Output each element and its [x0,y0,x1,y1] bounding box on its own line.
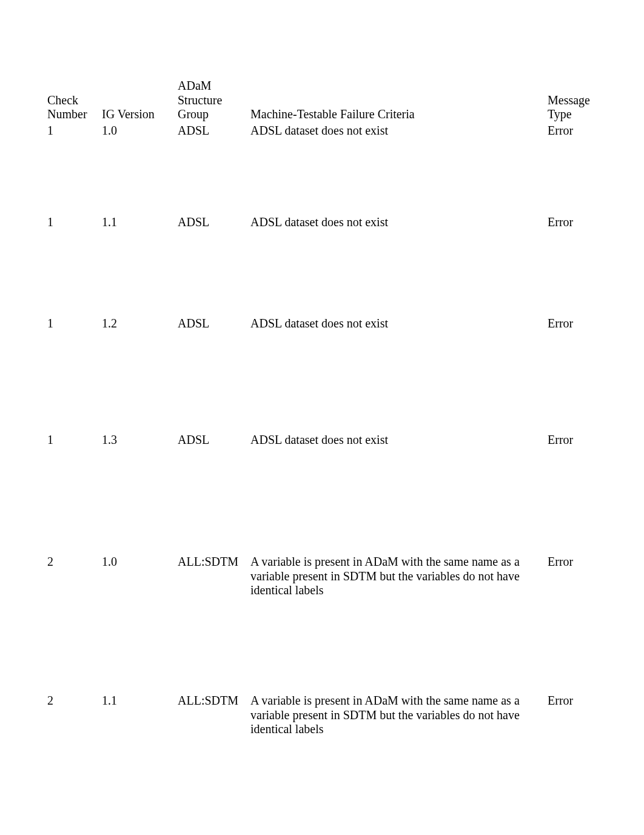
row-spacer [47,230,602,315]
cell-message-type: Error [548,213,602,230]
cell-criteria: A variable is present in ADaM with the s… [250,692,548,737]
cell-adam-structure-group: ALL:SDTM [178,692,250,737]
cell-message-type: Error [548,692,602,737]
checks-table: Check Number IG Version ADaM Structure G… [47,79,602,737]
table-row: 1 1.1 ADSL ADSL dataset does not exist E… [47,213,602,230]
table-row: 1 1.3 ADSL ADSL dataset does not exist E… [47,431,602,448]
cell-ig-version: 1.0 [102,553,178,598]
table-row: 1 1.0 ADSL ADSL dataset does not exist E… [47,122,602,138]
cell-adam-structure-group: ADSL [178,213,250,230]
cell-criteria: ADSL dataset does not exist [250,315,548,331]
header-adam-structure-group: ADaM Structure Group [178,79,250,122]
cell-message-type: Error [548,315,602,331]
cell-ig-version: 1.3 [102,431,178,448]
row-spacer [47,598,602,692]
table-row: 2 1.1 ALL:SDTM A variable is present in … [47,692,602,737]
cell-ig-version: 1.0 [102,122,178,138]
table-row: 1 1.2 ADSL ADSL dataset does not exist E… [47,315,602,331]
header-criteria: Machine-Testable Failure Criteria [250,79,548,122]
header-message-type: Message Type [548,79,602,122]
document-page: Check Number IG Version ADaM Structure G… [0,0,644,835]
cell-check-number: 2 [47,692,102,737]
cell-criteria: A variable is present in ADaM with the s… [250,553,548,598]
header-ig-version: IG Version [102,79,178,122]
cell-message-type: Error [548,431,602,448]
cell-criteria: ADSL dataset does not exist [250,122,548,138]
cell-ig-version: 1.1 [102,213,178,230]
header-check-number: Check Number [47,79,102,122]
cell-adam-structure-group: ALL:SDTM [178,553,250,598]
table-row: 2 1.0 ALL:SDTM A variable is present in … [47,553,602,598]
row-spacer [47,331,602,431]
cell-adam-structure-group: ADSL [178,122,250,138]
row-spacer [47,447,602,553]
cell-check-number: 1 [47,122,102,138]
cell-adam-structure-group: ADSL [178,431,250,448]
cell-message-type: Error [548,122,602,138]
cell-message-type: Error [548,553,602,598]
cell-criteria: ADSL dataset does not exist [250,431,548,448]
table-header-row: Check Number IG Version ADaM Structure G… [47,79,602,122]
row-spacer [47,138,602,213]
cell-check-number: 1 [47,213,102,230]
cell-adam-structure-group: ADSL [178,315,250,331]
cell-ig-version: 1.2 [102,315,178,331]
cell-ig-version: 1.1 [102,692,178,737]
cell-check-number: 2 [47,553,102,598]
cell-check-number: 1 [47,431,102,448]
cell-check-number: 1 [47,315,102,331]
cell-criteria: ADSL dataset does not exist [250,213,548,230]
